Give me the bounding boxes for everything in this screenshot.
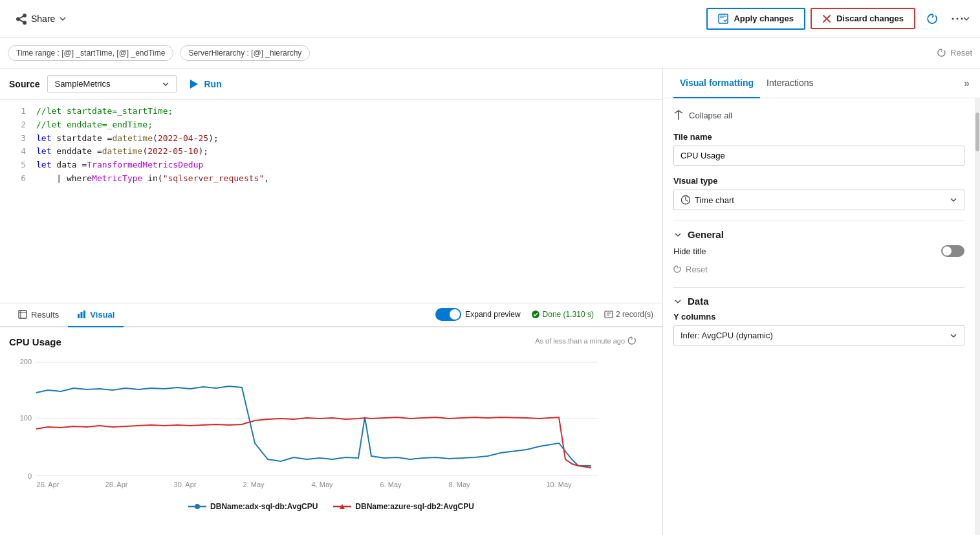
legend-item-red: DBName:azure-sql-db2:AvgCPU xyxy=(333,502,474,511)
svg-text:6. May: 6. May xyxy=(380,481,402,488)
svg-point-2 xyxy=(957,17,959,19)
more-options-button[interactable] xyxy=(949,7,972,30)
apply-changes-button[interactable]: Apply changes xyxy=(706,8,805,30)
general-reset-button[interactable]: Reset xyxy=(673,262,708,277)
y-columns-select[interactable]: Infer: AvgCPU (dynamic) xyxy=(673,325,964,345)
status-done: Done (1.310 s) xyxy=(531,310,594,319)
run-button[interactable]: Run xyxy=(184,76,226,92)
svg-text:8. May: 8. May xyxy=(448,481,470,488)
svg-text:28. Apr: 28. Apr xyxy=(105,481,128,488)
general-chevron-icon xyxy=(673,230,682,239)
right-panel: Visual formatting Interactions » Collaps… xyxy=(663,69,980,535)
visual-type-chevron-icon xyxy=(950,196,957,204)
refresh-button[interactable] xyxy=(920,7,944,30)
chart-timestamp: As of less than a minute ago xyxy=(535,336,637,345)
tab-visual[interactable]: Visual xyxy=(68,303,124,327)
svg-text:100: 100 xyxy=(20,414,32,422)
share-icon xyxy=(16,13,27,25)
records-icon xyxy=(604,310,613,319)
y-columns-group: Y columns Infer: AvgCPU (dynamic) xyxy=(673,312,964,345)
discard-icon xyxy=(822,14,831,23)
chart-area: CPU Usage As of less than a minute ago 2… xyxy=(0,327,662,536)
svg-rect-10 xyxy=(605,311,613,318)
code-line-2: 2 //let enddate=_endTime; xyxy=(0,118,662,132)
reset-icon xyxy=(937,49,946,58)
refresh-icon xyxy=(926,13,938,25)
svg-text:4. May: 4. May xyxy=(311,481,333,488)
svg-rect-0 xyxy=(719,14,728,23)
chart-legend: DBName:adx-sql-db:AvgCPU DBName:azure-sq… xyxy=(9,502,653,511)
tab-results[interactable]: Results xyxy=(9,303,68,327)
scrollbar-thumb xyxy=(975,113,979,151)
reset-button[interactable]: Reset xyxy=(937,48,972,58)
apply-icon xyxy=(718,14,728,24)
share-button[interactable]: Share xyxy=(8,9,74,28)
tab-interactions[interactable]: Interactions xyxy=(760,69,820,98)
general-section-header[interactable]: General xyxy=(673,221,964,245)
source-select[interactable]: SampleMetrics xyxy=(47,75,177,93)
legend-line-blue xyxy=(188,503,206,510)
data-section-header[interactable]: Data xyxy=(673,287,964,312)
results-icon xyxy=(18,310,27,319)
legend-item-blue: DBName:adx-sql-db:AvgCPU xyxy=(188,502,318,511)
code-line-5: 5 let data = TransformedMetricsDedup xyxy=(0,158,662,172)
tab-visual-formatting[interactable]: Visual formatting xyxy=(673,69,760,98)
code-editor[interactable]: 1 //let startdate=_startTime; 2 //let en… xyxy=(0,100,662,303)
discard-changes-button[interactable]: Discard changes xyxy=(811,8,915,29)
collapse-all-button[interactable]: Collapse all xyxy=(673,106,732,124)
expand-preview-toggle[interactable]: Expand preview xyxy=(435,308,520,321)
refresh-chart-icon[interactable] xyxy=(627,336,637,345)
source-chevron-icon xyxy=(162,80,169,88)
collapse-icon xyxy=(673,110,684,120)
time-chart: 200 100 0 26. Apr 28. Apr 30. Apr 2. May… xyxy=(9,353,604,495)
source-label: Source xyxy=(9,79,39,89)
tile-name-input[interactable] xyxy=(673,146,964,166)
expand-panel-button[interactable]: » xyxy=(964,78,970,89)
visual-type-group: Visual type Time chart xyxy=(673,176,964,210)
svg-rect-8 xyxy=(83,311,85,318)
left-panel: Source SampleMetrics Run 1 //let startda… xyxy=(0,69,663,535)
svg-text:30. Apr: 30. Apr xyxy=(174,481,197,488)
svg-marker-4 xyxy=(190,80,198,89)
y-columns-chevron-icon xyxy=(950,332,957,340)
data-chevron-icon xyxy=(673,297,682,306)
server-hierarchy-filter[interactable]: ServerHierarchy : [@] _hierarchy xyxy=(180,45,310,61)
visual-type-select[interactable]: Time chart xyxy=(673,190,964,210)
main-layout: Source SampleMetrics Run 1 //let startda… xyxy=(0,69,980,535)
reset-icon-general xyxy=(673,265,682,274)
svg-text:10. May: 10. May xyxy=(546,481,572,488)
svg-text:2. May: 2. May xyxy=(243,481,265,488)
svg-text:200: 200 xyxy=(20,358,32,366)
code-line-6: 6 | where MetricType in( "sqlserver_requ… xyxy=(0,172,662,186)
tile-name-group: Tile name xyxy=(673,132,964,166)
more-chevron-icon xyxy=(963,16,970,21)
right-panel-content: Collapse all Tile name Visual type xyxy=(663,98,975,535)
svg-text:26. Apr: 26. Apr xyxy=(37,481,60,488)
visual-icon xyxy=(77,310,86,319)
svg-rect-7 xyxy=(81,312,83,318)
svg-text:0: 0 xyxy=(28,472,32,480)
legend-line-red xyxy=(333,503,351,510)
top-bar: Share Apply changes Discard changes xyxy=(0,0,980,38)
scrollbar[interactable] xyxy=(975,98,980,535)
share-chevron-icon xyxy=(59,15,67,23)
time-range-filter[interactable]: Time range : [@] _startTime, [@] _endTim… xyxy=(8,45,173,61)
run-icon xyxy=(190,79,199,89)
code-line-3: 3 let startdate = datetime ( 2022-04-25 … xyxy=(0,132,662,146)
hide-title-row: Hide title xyxy=(673,245,964,257)
filter-bar: Time range : [@] _startTime, [@] _endTim… xyxy=(0,38,980,69)
svg-rect-5 xyxy=(19,311,27,318)
svg-rect-6 xyxy=(78,314,80,318)
tab-extras: Expand preview Done (1.310 s) 2 record(s… xyxy=(435,308,653,321)
svg-point-26 xyxy=(195,504,200,509)
more-icon xyxy=(952,16,963,21)
status-records: 2 record(s) xyxy=(604,310,653,319)
svg-point-1 xyxy=(952,17,954,19)
done-icon xyxy=(531,310,540,319)
code-line-4: 4 let enddate = datetime ( 2022-05-10 ); xyxy=(0,145,662,158)
right-panel-header: Visual formatting Interactions » xyxy=(663,69,980,98)
time-chart-icon xyxy=(681,195,691,205)
code-line-1: 1 //let startdate=_startTime; xyxy=(0,105,662,118)
source-bar: Source SampleMetrics Run xyxy=(0,69,662,100)
hide-title-toggle[interactable] xyxy=(941,245,964,257)
